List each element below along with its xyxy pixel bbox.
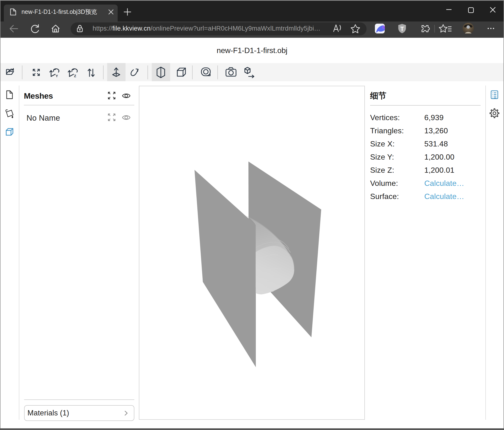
- svg-text:T: T: [400, 26, 404, 32]
